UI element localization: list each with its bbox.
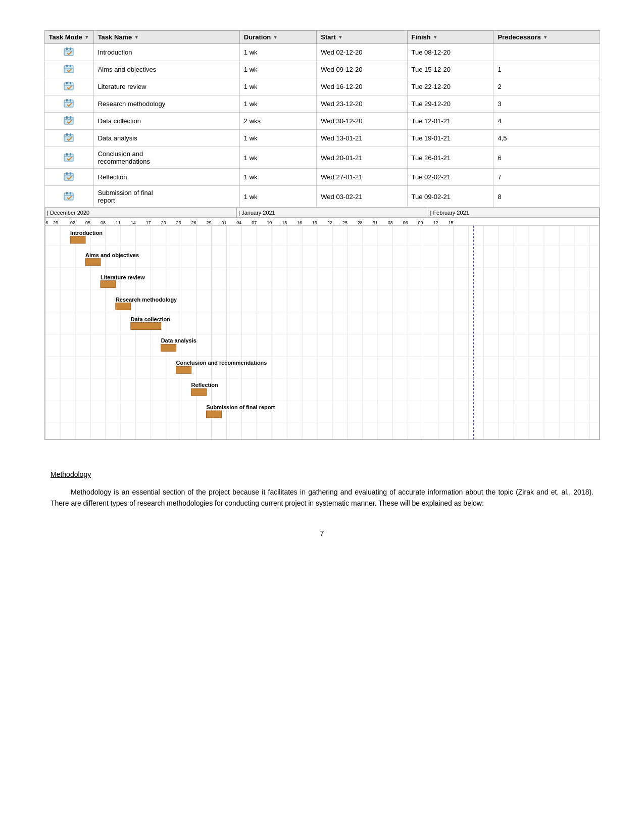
task-icon [64, 133, 75, 142]
svg-rect-13 [66, 99, 68, 102]
task-mode-cell [44, 147, 93, 169]
table-row: Reflection1 wkWed 27-01-21Tue 02-02-217 [44, 169, 600, 186]
duration-cell: 1 wk [239, 169, 316, 186]
svg-rect-115 [100, 281, 115, 288]
duration-cell: 1 wk [239, 78, 316, 95]
predecessors-cell: 8 [493, 186, 600, 208]
task-icon [64, 172, 75, 181]
svg-rect-29 [66, 172, 68, 175]
start-cell: Wed 16-12-20 [317, 78, 407, 95]
svg-text:11: 11 [115, 220, 120, 225]
start-cell: Wed 02-12-20 [317, 44, 407, 61]
task-name-cell: Data analysis [93, 130, 239, 147]
gantt-container: Task Mode ▼ Task Name ▼ Duration ▼ [44, 30, 600, 440]
predecessors-cell: 4 [493, 113, 600, 130]
finish-cell: Tue 08-12-20 [407, 44, 493, 61]
svg-text:| January 2021: | January 2021 [238, 210, 275, 216]
task-mode-cell [44, 78, 93, 95]
svg-text:04: 04 [236, 220, 241, 225]
svg-text:06: 06 [403, 220, 408, 225]
table-row: Research methodology1 wkWed 23-12-20Tue … [44, 95, 600, 113]
svg-rect-25 [66, 153, 68, 156]
duration-cell: 1 wk [239, 44, 316, 61]
svg-rect-121 [161, 344, 176, 351]
svg-rect-43 [45, 218, 600, 226]
table-row: Data collection2 wksWed 30-12-20Tue 12-0… [44, 113, 600, 130]
svg-rect-5 [66, 65, 68, 67]
task-name-cell: Research methodology [93, 95, 239, 113]
duration-cell: 1 wk [239, 95, 316, 113]
start-cell: Wed 20-01-21 [317, 147, 407, 169]
duration-cell: 1 wk [239, 61, 316, 78]
svg-rect-127 [206, 411, 221, 418]
svg-text:Reflection: Reflection [191, 382, 218, 388]
svg-rect-17 [66, 116, 68, 119]
task-name-cell: Aims and objectives [93, 61, 239, 78]
svg-rect-2 [70, 47, 71, 50]
duration-cell: 2 wks [239, 113, 316, 130]
table-row: Submission of finalreport1 wkWed 03-02-2… [44, 186, 600, 208]
svg-text:17: 17 [145, 220, 151, 225]
svg-text:| February 2021: | February 2021 [430, 210, 469, 216]
svg-text:09: 09 [418, 220, 423, 225]
task-name-cell: Literature review [93, 78, 239, 95]
task-icon [64, 47, 75, 56]
finish-cell: Tue 29-12-20 [407, 95, 493, 113]
task-name-cell: Introduction [93, 44, 239, 61]
th-task-mode[interactable]: Task Mode ▼ [44, 31, 93, 44]
task-icon [64, 99, 75, 108]
svg-text:03: 03 [387, 220, 392, 225]
svg-rect-9 [66, 82, 68, 84]
task-mode-cell [44, 61, 93, 78]
gantt-table: Task Mode ▼ Task Name ▼ Duration ▼ [44, 30, 600, 208]
svg-text:07: 07 [252, 220, 257, 225]
svg-text:10: 10 [267, 220, 272, 225]
table-row: Introduction1 wkWed 02-12-20Tue 08-12-20 [44, 44, 600, 61]
svg-rect-6 [70, 65, 71, 67]
svg-text:20: 20 [161, 220, 166, 225]
svg-text:Aims and objectives: Aims and objectives [85, 252, 139, 258]
predecessors-cell: 2 [493, 78, 600, 95]
duration-cell: 1 wk [239, 186, 316, 208]
finish-cell: Tue 15-12-20 [407, 61, 493, 78]
svg-text:15: 15 [448, 220, 453, 225]
svg-text:28: 28 [357, 220, 362, 225]
finish-cell: Tue 22-12-20 [407, 78, 493, 95]
sort-arrow-finish: ▼ [433, 34, 438, 40]
svg-text:23: 23 [176, 220, 181, 225]
svg-text:14: 14 [130, 220, 135, 225]
svg-text:19: 19 [312, 220, 317, 225]
page-number: 7 [40, 529, 604, 537]
sort-arrow-name: ▼ [134, 34, 139, 40]
predecessors-cell: 4,5 [493, 130, 600, 147]
task-mode-cell [44, 130, 93, 147]
svg-rect-21 [66, 133, 68, 136]
sort-arrow-start: ▼ [338, 34, 343, 40]
predecessors-cell: 3 [493, 95, 600, 113]
svg-text:Research methodology: Research methodology [115, 297, 177, 303]
svg-rect-113 [85, 259, 101, 266]
svg-rect-36 [45, 208, 600, 439]
table-row: Conclusion andrecommendations1 wkWed 20-… [44, 147, 600, 169]
sort-arrow-mode: ▼ [84, 34, 89, 40]
svg-text:22: 22 [327, 220, 332, 225]
svg-text:29: 29 [206, 220, 211, 225]
task-mode-cell [44, 113, 93, 130]
svg-text:| December 2020: | December 2020 [47, 210, 89, 216]
task-icon [64, 191, 75, 201]
th-start[interactable]: Start ▼ [317, 31, 407, 44]
methodology-heading: Methodology [51, 470, 593, 478]
duration-cell: 1 wk [239, 147, 316, 169]
th-task-name[interactable]: Task Name ▼ [93, 31, 239, 44]
th-duration[interactable]: Duration ▼ [239, 31, 316, 44]
svg-rect-119 [130, 323, 161, 330]
table-row: Data analysis1 wkWed 13-01-21Tue 19-01-2… [44, 130, 600, 147]
svg-text:6: 6 [45, 220, 48, 225]
th-predecessors[interactable]: Predecessors ▼ [493, 31, 600, 44]
task-icon [64, 116, 75, 125]
th-finish[interactable]: Finish ▼ [407, 31, 493, 44]
start-cell: Wed 30-12-20 [317, 113, 407, 130]
task-icon [64, 64, 75, 73]
gantt-svg: | December 2020 | January 2021 | Februar… [44, 208, 600, 440]
svg-text:Literature review: Literature review [100, 274, 144, 280]
